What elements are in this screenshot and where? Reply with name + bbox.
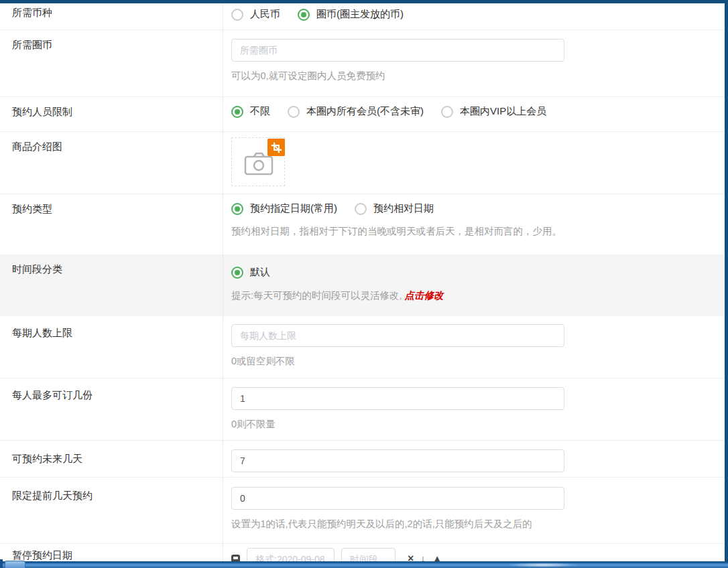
window-bottom-edge (0, 561, 728, 568)
form-row-product-image: 商品介绍图 (0, 132, 725, 194)
radio-checked-icon[interactable] (298, 9, 310, 21)
edit-timeslot-link[interactable]: 点击修改 (405, 290, 444, 301)
radio-option-circle-coin[interactable]: 圈币(圈主发放的币) (298, 8, 404, 21)
field-label: 预约人员限制 (0, 97, 223, 131)
form-row-timeslot-category: 时间段分类 默认 提示:每天可预约的时间段可以灵活修改, 点击修改 (0, 255, 725, 316)
radio-unchecked-icon[interactable] (288, 106, 300, 118)
radio-option-rmb[interactable]: 人民币 (231, 8, 280, 21)
max-orders-input[interactable] (231, 387, 564, 410)
radio-option-default[interactable]: 默认 (231, 266, 270, 279)
crop-badge (267, 139, 285, 156)
radio-checked-icon[interactable] (231, 203, 243, 215)
radio-unchecked-icon[interactable] (231, 9, 243, 21)
field-label: 时间段分类 (0, 255, 223, 316)
radio-option-fixed-date[interactable]: 预约指定日期(常用) (231, 202, 337, 215)
radio-option-label: 预约相对日期 (373, 202, 434, 215)
field-label: 商品介绍图 (0, 132, 223, 194)
field-hint: 0则不限量 (231, 418, 725, 431)
max-people-input[interactable] (231, 324, 564, 347)
radio-option-label: 本圈内所有会员(不含未审) (306, 105, 424, 118)
field-label: 预约类型 (0, 194, 223, 255)
radio-option-all-members[interactable]: 本圈内所有会员(不含未审) (288, 105, 424, 118)
coin-amount-input[interactable] (231, 39, 564, 62)
form-row-future-days: 可预约未来几天 (0, 441, 725, 478)
form-row-currency-type: 所需币种 人民币 圈币(圈主发放的币) (0, 3, 725, 30)
radio-option-label: 本圈内VIP以上会员 (460, 105, 546, 118)
form-row-advance-days: 限定提前几天预约 设置为1的话,代表只能预约明天及以后的,2的话,只能预约后天及… (0, 478, 725, 544)
field-label: 每人最多可订几份 (0, 378, 223, 440)
bottom-edge-highlight (506, 563, 580, 567)
radio-option-label: 圈币(圈主发放的币) (316, 8, 404, 21)
radio-option-label: 不限 (250, 105, 270, 118)
radio-option-label: 人民币 (250, 8, 280, 21)
field-label: 限定提前几天预约 (0, 478, 223, 543)
radio-option-unlimited[interactable]: 不限 (231, 105, 270, 118)
field-label: 暂停预约日期 (0, 544, 223, 561)
field-label: 可预约未来几天 (0, 441, 223, 477)
field-label: 每期人数上限 (0, 316, 223, 378)
taskbar-button-sliver[interactable] (5, 561, 25, 568)
field-hint: 设置为1的话,代表只能预约明天及以后的,2的话,只能预约后天及之后的 (231, 518, 725, 530)
form-row-coin-amount: 所需圈币 可以为0,就可设定圈内人员免费预约 (0, 30, 725, 97)
hint-text: 提示:每天可预约的时间段可以灵活修改, (231, 290, 402, 301)
window-right-edge (725, 0, 728, 568)
radio-unchecked-icon[interactable] (355, 203, 367, 215)
radio-option-label: 预约指定日期(常用) (250, 202, 337, 215)
crop-icon (271, 142, 282, 153)
window-top-edge (0, 0, 728, 3)
advance-days-input[interactable] (231, 487, 564, 510)
radio-checked-icon[interactable] (231, 106, 243, 118)
form-row-pause-dates: 暂停预约日期 × ↓ ▲ (0, 544, 725, 561)
field-hint: 提示:每天可预约的时间段可以灵活修改, 点击修改 (231, 289, 725, 302)
radio-checked-icon[interactable] (231, 267, 243, 279)
booking-settings-form: 所需币种 人民币 圈币(圈主发放的币) 所需圈币 可以为 (0, 3, 725, 561)
radio-option-vip-members[interactable]: 本圈内VIP以上会员 (441, 105, 546, 118)
radio-option-relative-date[interactable]: 预约相对日期 (355, 202, 434, 215)
form-row-max-people: 每期人数上限 0或留空则不限 (0, 316, 725, 378)
field-hint: 可以为0,就可设定圈内人员免费预约 (231, 70, 725, 82)
radio-unchecked-icon[interactable] (441, 106, 453, 118)
future-days-input[interactable] (231, 449, 564, 472)
field-label: 所需币种 (0, 3, 223, 29)
image-upload-button[interactable] (231, 137, 285, 186)
field-hint: 0或留空则不限 (231, 355, 725, 368)
form-row-booking-type: 预约类型 预约指定日期(常用) 预约相对日期 预约相对日期，指相对于下订的当晚或… (0, 194, 725, 255)
field-label: 所需圈币 (0, 30, 223, 96)
form-row-max-orders: 每人最多可订几份 0则不限量 (0, 378, 725, 441)
taskbar-corner (0, 559, 3, 568)
form-row-member-restriction: 预约人员限制 不限 本圈内所有会员(不含未审) 本圈内VIP以上会员 (0, 97, 725, 132)
radio-option-label: 默认 (250, 266, 270, 279)
booking-form-page: 所需币种 人民币 圈币(圈主发放的币) 所需圈币 可以为 (0, 0, 728, 568)
field-hint: 预约相对日期，指相对于下订的当晚或明天或者后天，是相对而言的，少用。 (231, 225, 725, 238)
